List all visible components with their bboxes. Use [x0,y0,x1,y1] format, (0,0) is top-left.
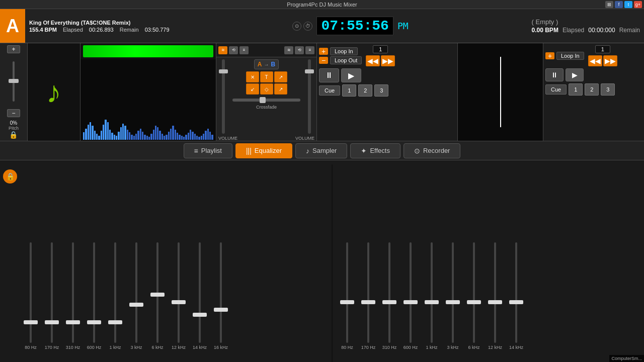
pitch-thumb[interactable] [9,79,19,83]
effect-btn-6[interactable]: ↗ [274,83,287,95]
eq-track[interactable] [178,242,180,343]
pitch-minus-btn[interactable]: − [7,109,20,117]
twitter-icon[interactable]: t [624,1,632,8]
deck-b-loop-num[interactable]: 1 [595,45,610,53]
loop-in-label[interactable]: Loop In [330,47,358,55]
facebook-icon[interactable]: f [615,1,623,8]
eq-track-r[interactable] [367,242,369,343]
eq-track-r[interactable] [452,242,454,343]
pause-button[interactable]: ⏸ [319,68,339,82]
effect-btn-1[interactable]: ✕ [246,71,259,82]
eq-thumb[interactable] [129,303,143,307]
loop-plus[interactable]: + [319,48,328,55]
eq-thumb[interactable] [24,320,38,324]
timer-icon-2[interactable]: ⏱ [303,22,312,31]
eq-track[interactable] [51,242,53,343]
effect-btn-4[interactable]: ↙ [246,83,259,95]
loop-icon-r[interactable]: ⟲ [295,46,304,54]
deck-b-pause-btn[interactable]: ⏸ [545,68,564,81]
eq-track[interactable] [30,242,32,343]
eq-thumb-r[interactable] [467,300,481,304]
loop-icon[interactable]: ⟲ [229,46,238,54]
deck-b-loop-plus[interactable]: + [545,52,554,59]
spectrum-bar [150,134,152,140]
cue-num-3[interactable]: 3 [374,84,388,97]
loop-next[interactable]: ▶▶ [381,55,395,66]
eq-track[interactable] [93,242,95,343]
play-button[interactable]: ▶ [341,68,361,82]
eq-track[interactable] [135,242,137,343]
vol-thumb-left[interactable] [219,69,228,73]
deck-b-loop-prev[interactable]: ◀◀ [588,55,602,66]
ab-button[interactable]: A → B [254,59,279,69]
eq-thumb-r[interactable] [382,300,396,304]
pitch-track[interactable] [13,61,15,102]
eq-thumb-r[interactable] [446,300,460,304]
eq-thumb[interactable] [150,293,165,297]
eq-track[interactable] [199,242,201,343]
eq-thumb-r[interactable] [488,300,502,304]
vol-track-right[interactable] [308,59,311,134]
eq-thumb[interactable] [66,320,80,324]
eq-small-icon[interactable]: ≡ [239,46,249,54]
vol-track-left[interactable] [222,59,225,134]
tab-equalizer[interactable]: ||| Equalizer [235,143,292,158]
deck-b-cue-button[interactable]: Cue [545,84,567,95]
deck-b-loop-in-label[interactable]: Loop In [556,52,584,60]
deck-b-cue-1[interactable]: 1 [569,83,583,96]
loop-out-label[interactable]: Loop Out [330,56,362,64]
eq-track[interactable] [114,242,116,343]
eq-track-r[interactable] [473,242,475,343]
deck-b-loop-next[interactable]: ▶▶ [603,55,617,66]
tab-playlist[interactable]: ≡ Playlist [184,143,232,158]
eq-thumb[interactable] [193,313,207,317]
eq-track-r[interactable] [388,242,390,343]
eq-track-r[interactable] [494,242,496,343]
eq-lock-button[interactable]: 🔒 [3,169,17,184]
cue-button[interactable]: Cue [319,85,340,96]
grid-icon[interactable]: ⊞ [605,1,613,8]
crossfade-thumb[interactable] [260,97,266,103]
eq-thumb[interactable] [45,320,59,324]
loop-minus[interactable]: − [319,57,328,64]
waveform-progress[interactable] [83,45,213,57]
cue-num-1[interactable]: 1 [342,84,356,97]
eq-track-r[interactable] [410,242,412,343]
pitch-plus-btn[interactable]: + [7,45,20,53]
effect-btn-2[interactable]: T [260,71,273,82]
eq-thumb-r[interactable] [340,300,354,304]
effect-btn-5[interactable]: ◇ [260,83,273,95]
eq-track[interactable] [156,242,158,343]
eq-thumb-r[interactable] [404,300,418,304]
eq-track-r[interactable] [431,242,433,343]
loop-prev[interactable]: ◀◀ [366,55,380,66]
crossfade-track[interactable] [232,99,300,102]
vol-thumb-right[interactable] [305,69,314,73]
effect-btn-3[interactable]: ↗ [274,71,287,82]
eq-thumb[interactable] [172,300,186,304]
eq-track[interactable] [220,242,222,343]
timer-icon-1[interactable]: ⊙ [292,22,301,31]
eq-thumb[interactable] [108,320,122,324]
loop-num[interactable]: 1 [373,45,388,53]
tab-sampler[interactable]: ♪ Sampler [295,143,347,158]
waveform-icon[interactable]: ≋ [218,46,227,54]
deck-b-cue-3[interactable]: 3 [601,83,615,96]
eq-thumb[interactable] [214,308,228,312]
eq-thumb-r[interactable] [361,300,375,304]
deck-b-play-btn[interactable]: ▶ [566,68,584,81]
eq-thumb[interactable] [87,320,101,324]
lock-icon[interactable]: 🔒 [9,131,18,139]
waveform-icon-r[interactable]: ≋ [284,46,293,54]
cue-num-2[interactable]: 2 [358,84,372,97]
eq-track-r[interactable] [515,242,517,343]
eq-track-r[interactable] [346,242,348,343]
deck-b-cue-2[interactable]: 2 [585,83,599,96]
googleplus-icon[interactable]: g+ [634,1,642,8]
eq-track[interactable] [72,242,74,343]
tab-recorder[interactable]: ⊙ Recorder [404,143,460,158]
eq-thumb-r[interactable] [509,300,523,304]
eq-thumb-r[interactable] [425,300,439,304]
tab-effects[interactable]: ✦ Effects [350,143,400,158]
eq-icon-r[interactable]: ≡ [305,46,314,54]
